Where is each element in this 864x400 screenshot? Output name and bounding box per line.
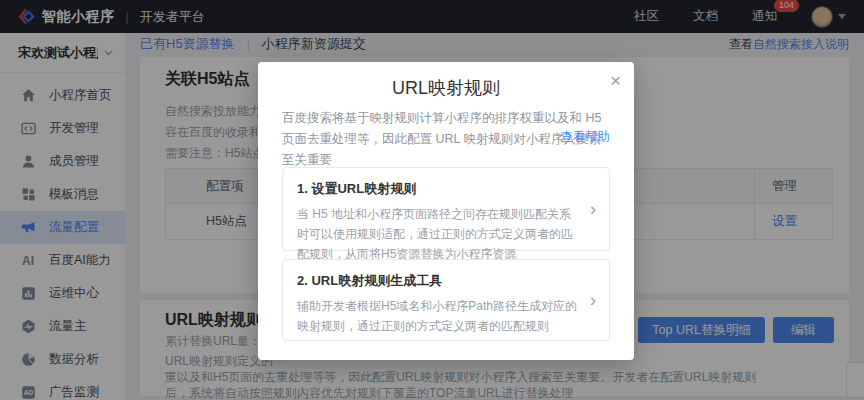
card-title: 2. URL映射规则生成工具	[297, 272, 579, 290]
chevron-right-icon: ›	[590, 290, 596, 311]
chevron-right-icon: ›	[590, 199, 596, 220]
modal-title: URL映射规则	[258, 76, 634, 100]
view-help-link[interactable]: 查看帮助	[560, 129, 610, 146]
set-url-mapping-rule-card[interactable]: 1. 设置URL映射规则 当 H5 地址和小程序页面路径之间存在规则匹配关系时可…	[282, 167, 610, 251]
url-mapping-modal: URL映射规则 × 百度搜索将基于映射规则计算小程序的排序权重以及和 H5 页面…	[258, 62, 634, 360]
card-title: 1. 设置URL映射规则	[297, 180, 579, 198]
card-body: 当 H5 地址和小程序页面路径之间存在规则匹配关系时可以使用规则适配，通过正则的…	[297, 204, 579, 264]
rule-generator-tool-card[interactable]: 2. URL映射规则生成工具 辅助开发者根据H5域名和小程序Path路径生成对应…	[282, 259, 610, 341]
close-icon[interactable]: ×	[610, 71, 621, 90]
card-body: 辅助开发者根据H5域名和小程序Path路径生成对应的映射规则，通过正则的方式定义…	[297, 296, 579, 336]
app-root: 智能小程序 | 开发者平台 社区 文档 通知 104 宋欢测试小程序_...	[0, 0, 864, 400]
